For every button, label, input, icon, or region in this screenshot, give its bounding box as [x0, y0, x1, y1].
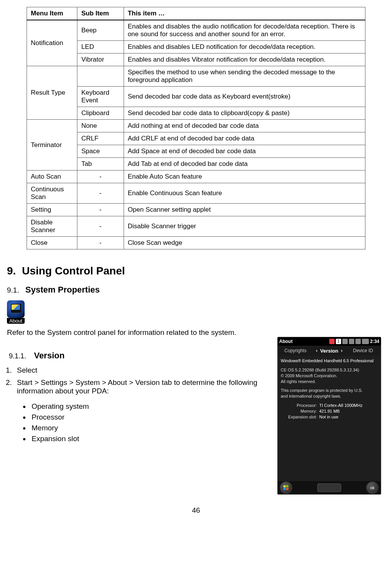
subsection-body: Refer to the System control panel for in… [7, 328, 385, 337]
sub-item-cell: - [77, 183, 124, 204]
device-screenshot: About 1 2:34 Copyrights ‹ Version › Devi… [277, 337, 381, 495]
status-icon: 1 [336, 339, 341, 344]
connection-icon [342, 339, 348, 344]
table-row: Auto Scan - Enable Auto Scan feature [27, 171, 365, 183]
menu-item-cell: Setting [27, 204, 77, 216]
tab-version[interactable]: Version [320, 348, 338, 354]
desc-cell: Add nothing at end of decoded bar code d… [124, 120, 365, 132]
ok-button[interactable]: ok [366, 482, 379, 494]
keyboard-button[interactable] [317, 483, 341, 492]
svg-rect-3 [286, 488, 288, 490]
desc-cell: Enables and disables the audio notificat… [124, 20, 365, 41]
subsection-title: System Properties [25, 285, 100, 294]
desc-cell: Enable Continuous Scan feature [124, 183, 365, 204]
menu-item-cell: Result Type [27, 66, 77, 120]
device-content: Windows® Embedded Handheld 6.5 Professio… [278, 356, 381, 481]
menu-item-cell: Continuous Scan [27, 183, 77, 204]
sub-item-cell: None [77, 120, 124, 132]
table-row: Result Type Specifies the method to use … [27, 66, 365, 87]
step-item: Select [14, 366, 266, 375]
clock: 2:34 [370, 339, 379, 344]
sub-item-cell: Beep [77, 20, 124, 41]
desc-cell: Enables and disables LED notification fo… [124, 41, 365, 54]
subsub-number: 9.1.1. [9, 352, 26, 360]
list-item: Memory [30, 424, 266, 432]
desc-cell: Add Tab at end of decoded bar code data [124, 158, 365, 171]
table-row: Space Add Space at end of decoded bar co… [27, 145, 365, 158]
menu-item-cell: Disable Scanner [27, 216, 77, 237]
sub-item-cell: - [77, 216, 124, 237]
section-number: 9. [7, 265, 16, 277]
subsection-heading: 9.1. System Properties [7, 285, 385, 295]
about-icon-label: About [7, 318, 25, 324]
expansion-label: Expansion slot: [281, 414, 319, 420]
svg-rect-1 [286, 485, 288, 487]
rights-line: All rights reserved. [281, 379, 378, 385]
device-tabbar: Copyrights ‹ Version › Device ID [278, 346, 381, 356]
table-row: Continuous Scan - Enable Continuous Scan… [27, 183, 365, 204]
sub-item-cell: Clipboard [77, 107, 124, 120]
menu-item-cell: Auto Scan [27, 171, 77, 183]
processor-label: Processor: [281, 403, 319, 408]
signal-icon [349, 339, 354, 344]
table-row: Notification Beep Enables and disables t… [27, 20, 365, 41]
battery-icon [362, 339, 369, 344]
volume-icon [355, 339, 361, 344]
desc-cell: Enables and disables Vibrator notificati… [124, 54, 365, 66]
table-row: CRLF Add CRLF at end of decoded bar code… [27, 132, 365, 145]
steps-list: Select Start > Settings > System > About… [8, 366, 266, 395]
desc-cell: Open Scanner setting applet [124, 204, 365, 216]
desc-cell: Enable Auto Scan feature [124, 171, 365, 183]
processor-value: TI Cortex-A8 1000MHz [319, 403, 362, 408]
sub-item-cell: CRLF [77, 132, 124, 145]
sub-item-cell: Keyboard Event [77, 87, 124, 107]
legal-line-1: This computer program is protected by U.… [281, 388, 378, 393]
sub-item-cell: Space [77, 145, 124, 158]
subsub-title: Version [34, 351, 64, 360]
memory-value: 421.91 MB [319, 408, 340, 414]
build-line: CE OS 5.2.29288 (Build 29288.5.3.12.34) [281, 367, 378, 373]
device-title: About [279, 339, 328, 344]
step-item: Start > Settings > System > About > Vers… [14, 378, 266, 395]
desc-cell: Close Scan wedge [124, 237, 365, 249]
bullet-list: Operating system Processor Memory Expans… [30, 402, 266, 443]
tab-copyrights[interactable]: Copyrights [278, 348, 313, 353]
table-row: LED Enables and disables LED notificatio… [27, 41, 365, 54]
chevron-right-icon[interactable]: › [338, 348, 345, 353]
table-row: Keyboard Event Send decoded bar code dat… [27, 87, 365, 107]
menu-item-cell: Notification [27, 20, 77, 66]
list-item: Expansion slot [30, 435, 266, 443]
desc-cell: Add Space at end of decoded bar code dat… [124, 145, 365, 158]
memory-label: Memory: [281, 408, 319, 414]
tab-device-id[interactable]: Device ID [345, 348, 381, 353]
desc-cell: Send decoded bar code data to clipboard(… [124, 107, 365, 120]
sub-item-cell [77, 66, 124, 87]
sub-item-cell: - [77, 171, 124, 183]
subsection-number: 9.1. [7, 286, 19, 294]
col-sub-item: Sub Item [77, 7, 124, 20]
os-line: Windows® Embedded Handheld 6.5 Professio… [281, 358, 378, 364]
start-button[interactable] [280, 482, 292, 494]
menu-item-cell: Terminator [27, 120, 77, 171]
chevron-left-icon[interactable]: ‹ [313, 348, 320, 353]
table-row: Tab Add Tab at end of decoded bar code d… [27, 158, 365, 171]
sub-item-cell: Vibrator [77, 54, 124, 66]
menu-table: Menu Item Sub Item This item … Notificat… [27, 7, 365, 249]
subsubsection-heading: 9.1.1. Version [9, 351, 266, 361]
device-softbar: ok [278, 481, 381, 494]
desc-cell: Disable Scanner trigger [124, 216, 365, 237]
expansion-value: Not in use [319, 414, 338, 420]
desc-cell: Add CRLF at end of decoded bar code data [124, 132, 365, 145]
col-menu-item: Menu Item [27, 7, 77, 20]
sub-item-cell: Tab [77, 158, 124, 171]
table-row: Clipboard Send decoded bar code data to … [27, 107, 365, 120]
col-description: This item … [124, 7, 365, 20]
sub-item-cell: - [77, 204, 124, 216]
list-item: Processor [30, 413, 266, 421]
table-row: Vibrator Enables and disables Vibrator n… [27, 54, 365, 66]
sub-item-cell: - [77, 237, 124, 249]
desc-cell: Specifies the method to use when sending… [124, 66, 365, 87]
copyright-line: © 2009 Microsoft Corporation. [281, 373, 378, 379]
sub-item-cell: LED [77, 41, 124, 54]
table-row: Disable Scanner - Disable Scanner trigge… [27, 216, 365, 237]
